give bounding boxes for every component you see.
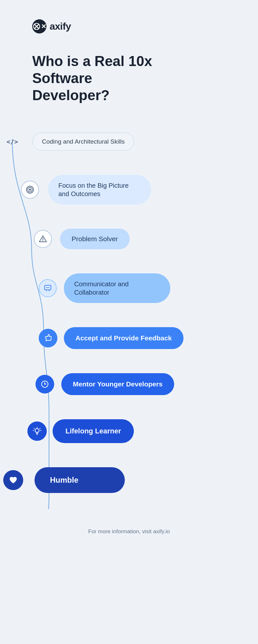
icon-feedback [39, 329, 57, 347]
svg-point-8 [46, 287, 47, 288]
icon-code: </> [3, 133, 21, 151]
thumbsup-icon [44, 334, 53, 343]
code-icon: </> [6, 138, 18, 146]
main-title: Who is a Real 10x Software Developer? [32, 53, 155, 104]
logo-text: axify [50, 21, 71, 32]
chat-icon [44, 284, 52, 292]
logo: axify [32, 19, 258, 33]
svg-line-14 [34, 429, 35, 429]
header: axify Who is a Real 10x Software Develop… [0, 0, 258, 104]
svg-point-10 [49, 287, 50, 288]
pill-feedback: Accept and Provide Feedback [64, 327, 184, 349]
footer: For more information, visit axify.io [0, 509, 258, 548]
svg-point-6 [43, 241, 43, 241]
timeline-item-7: Lifelong Learner [0, 419, 258, 443]
heart-icon [8, 475, 18, 485]
icon-humble [3, 470, 23, 490]
timeline-item-4: Communicator and Collaborator [0, 273, 258, 303]
pill-humble: Humble [35, 467, 125, 493]
warning-icon [39, 235, 47, 243]
pill-coding: Coding and Architectural Skills [33, 133, 134, 151]
svg-point-9 [47, 287, 48, 288]
timeline-item-6: Mentor Younger Developers [0, 373, 258, 395]
timeline-item-8: Humble [0, 467, 258, 493]
footer-text: For more information, visit axify.io [88, 528, 170, 535]
icon-focus [21, 181, 39, 199]
pill-focus: Focus on the Big Picture and Outcomes [48, 175, 151, 204]
timeline-item-2: Focus on the Big Picture and Outcomes [0, 175, 258, 204]
target-icon [26, 185, 34, 194]
page-wrapper: axify Who is a Real 10x Software Develop… [0, 0, 258, 644]
timeline-section: </> Coding and Architectural Skills Focu… [0, 129, 258, 509]
logo-icon [32, 19, 46, 33]
svg-line-15 [40, 429, 40, 429]
timeline-item-5: Accept and Provide Feedback [0, 327, 258, 349]
compass-icon [41, 380, 49, 388]
svg-point-12 [35, 429, 39, 432]
lightbulb-icon [33, 427, 42, 436]
pill-lifelong: Lifelong Learner [53, 419, 134, 443]
pill-mentor: Mentor Younger Developers [61, 373, 174, 395]
pill-communicator: Communicator and Collaborator [64, 273, 170, 303]
icon-communicator [39, 279, 57, 297]
timeline-item-3: Problem Solver [0, 229, 258, 249]
icon-problem [34, 230, 52, 248]
icon-mentor [35, 375, 54, 393]
icon-learner [27, 421, 47, 441]
svg-point-4 [29, 189, 31, 191]
pill-problem: Problem Solver [60, 229, 130, 249]
timeline-item-1: </> Coding and Architectural Skills [0, 133, 258, 151]
